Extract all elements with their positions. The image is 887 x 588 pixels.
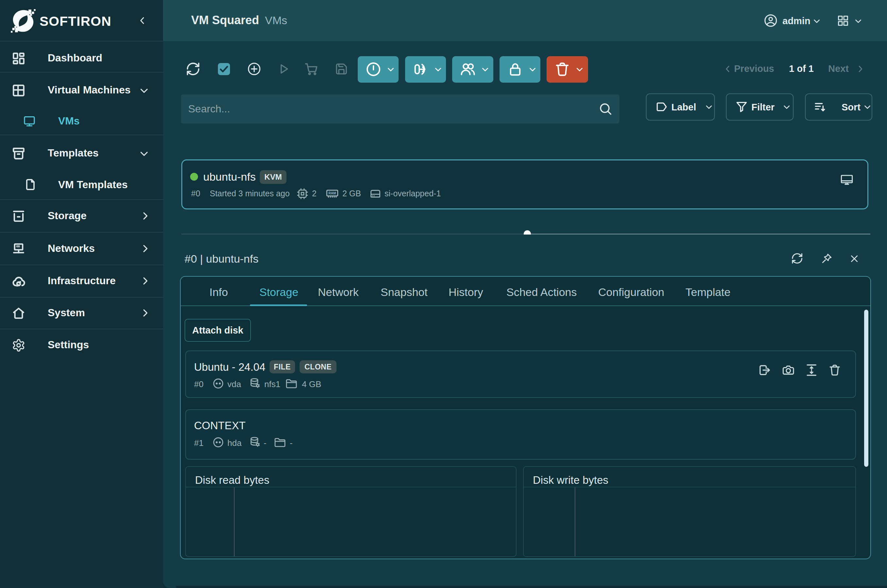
svg-text:RAM: RAM — [329, 191, 336, 195]
